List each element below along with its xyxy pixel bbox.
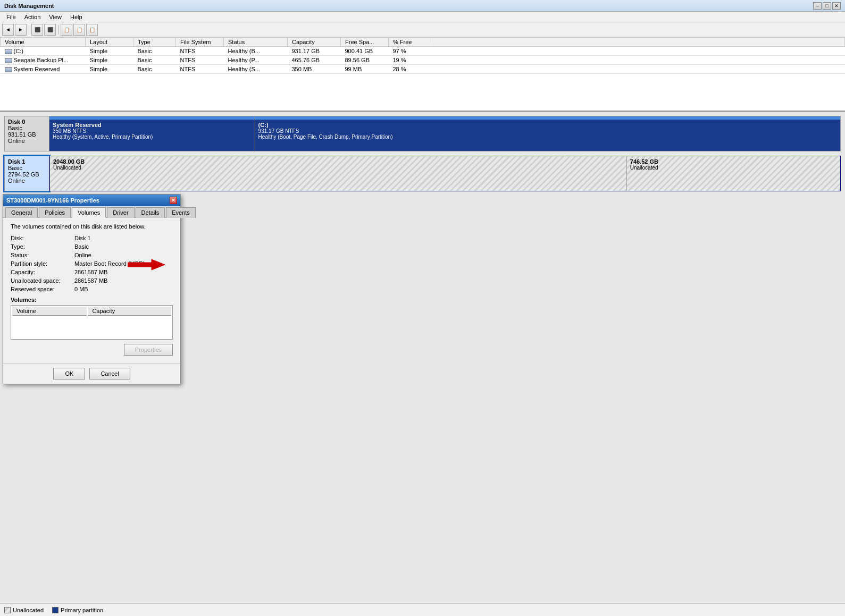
disk-0-type: Basic xyxy=(8,125,46,131)
title-bar: Disk Management ─ □ ✕ xyxy=(0,0,845,12)
cell-type: Basic xyxy=(133,56,176,65)
partition-style-label: Partition style: xyxy=(11,260,74,267)
disk-value: Disk 1 xyxy=(74,235,91,241)
menu-action[interactable]: Action xyxy=(20,13,45,21)
toolbar-separator-1 xyxy=(29,25,29,35)
col-layout[interactable]: Layout xyxy=(86,38,133,47)
dialog-tabs: General Policies Volumes Driver Details … xyxy=(3,206,180,218)
disk-0-status: Online xyxy=(8,138,46,144)
restore-button[interactable]: □ xyxy=(823,2,831,10)
disk-1-row: Disk 1 Basic 2794.52 GB Online 2048.00 G… xyxy=(4,156,841,191)
properties-button[interactable]: Properties xyxy=(124,344,173,356)
col-status[interactable]: Status xyxy=(224,38,288,47)
menu-bar: File Action View Help xyxy=(0,12,845,22)
volumes-header-row: Volume Capacity xyxy=(12,307,171,316)
partition-size-label: 2048.00 GB xyxy=(53,158,623,165)
ok-button[interactable]: OK xyxy=(53,368,85,379)
partition-c[interactable]: (C:) 931.17 GB NTFS Healthy (Boot, Page … xyxy=(255,116,840,151)
col-capacity[interactable]: Capacity xyxy=(288,38,341,47)
drive-icon xyxy=(5,67,12,72)
dialog-row-type: Type: Basic xyxy=(11,243,173,250)
partition-size: 931.17 GB NTFS xyxy=(258,128,837,134)
legend-unallocated: Unallocated xyxy=(4,607,44,613)
tab-volumes[interactable]: Volumes xyxy=(72,207,106,218)
partition-status: Healthy (System, Active, Primary Partiti… xyxy=(53,134,252,140)
toolbar-btn-1[interactable]: ⬛ xyxy=(31,24,43,36)
back-button[interactable]: ◄ xyxy=(2,24,14,36)
volumes-table: Volume Capacity xyxy=(11,305,173,340)
legend-unallocated-label: Unallocated xyxy=(13,607,44,613)
tab-events[interactable]: Events xyxy=(166,207,196,218)
partition-status-label: Unallocated xyxy=(53,165,623,171)
disk-1-label[interactable]: Disk 1 Basic 2794.52 GB Online xyxy=(4,156,49,191)
capacity-label: Capacity: xyxy=(11,269,74,275)
dialog-description: The volumes contained on this disk are l… xyxy=(11,223,173,230)
tab-details[interactable]: Details xyxy=(136,207,165,218)
disk-0-name: Disk 0 xyxy=(8,119,46,125)
legend-primary-box xyxy=(52,607,58,613)
toolbar-btn-5[interactable]: 📋 xyxy=(86,24,98,36)
partition-header xyxy=(49,116,255,120)
menu-view[interactable]: View xyxy=(45,13,66,21)
dialog-row-disk: Disk: Disk 1 xyxy=(11,235,173,241)
dialog-row-status: Status: Online xyxy=(11,252,173,258)
dialog-close-button[interactable]: ✕ xyxy=(170,197,177,204)
toolbar: ◄ ► ⬛ ⬛ 📋 📋 📋 xyxy=(0,22,845,37)
cell-type: Basic xyxy=(133,65,176,74)
col-freespace[interactable]: Free Spa... xyxy=(341,38,389,47)
toolbar-btn-2[interactable]: ⬛ xyxy=(44,24,56,36)
cell-volume: (C:) xyxy=(1,47,86,56)
dialog-content: The volumes contained on this disk are l… xyxy=(3,218,180,363)
partition-system-reserved[interactable]: System Reserved 350 MB NTFS Healthy (Sys… xyxy=(49,116,255,151)
cell-capacity: 465.76 GB xyxy=(288,56,341,65)
volumes-section-title: Volumes: xyxy=(11,297,173,303)
cancel-button[interactable]: Cancel xyxy=(89,368,130,379)
cell-capacity: 931.17 GB xyxy=(288,47,341,56)
minimize-button[interactable]: ─ xyxy=(813,2,822,10)
tab-driver[interactable]: Driver xyxy=(107,207,134,218)
col-filesystem[interactable]: File System xyxy=(176,38,224,47)
table-row[interactable]: (C:) Simple Basic NTFS Healthy (B... 931… xyxy=(1,47,845,56)
window-controls: ─ □ ✕ xyxy=(813,2,841,10)
type-label: Type: xyxy=(11,243,74,250)
menu-help[interactable]: Help xyxy=(66,13,87,21)
volume-table: Volume Layout Type File System Status Ca… xyxy=(0,37,845,74)
table-row[interactable]: Seagate Backup Pl... Simple Basic NTFS H… xyxy=(1,56,845,65)
dialog-ok-cancel: OK Cancel xyxy=(3,363,180,384)
cell-freespace: 89.56 GB xyxy=(341,56,389,65)
properties-btn-row: Properties xyxy=(11,344,173,356)
partition-unallocated-1[interactable]: 2048.00 GB Unallocated xyxy=(50,156,627,191)
cell-layout: Simple xyxy=(86,56,133,65)
cell-layout: Simple xyxy=(86,65,133,74)
tab-policies[interactable]: Policies xyxy=(39,207,71,218)
cell-status: Healthy (S... xyxy=(224,65,288,74)
partition-unallocated-2[interactable]: 746.52 GB Unallocated xyxy=(627,156,840,191)
status-label: Status: xyxy=(11,252,74,258)
toolbar-btn-4[interactable]: 📋 xyxy=(73,24,85,36)
dialog-row-partition-style: Partition style: Master Boot Record (MBR… xyxy=(11,260,173,267)
forward-button[interactable]: ► xyxy=(15,24,27,36)
cell-filesystem: NTFS xyxy=(176,56,224,65)
drive-icon xyxy=(5,58,12,63)
partition-name: (C:) xyxy=(258,122,837,128)
disk-0-row: Disk 0 Basic 931.51 GB Online System Res… xyxy=(4,116,841,151)
dialog-row-capacity: Capacity: 2861587 MB xyxy=(11,269,173,275)
legend-bar: Unallocated Primary partition xyxy=(0,603,845,616)
menu-file[interactable]: File xyxy=(2,13,20,21)
table-row[interactable]: System Reserved Simple Basic NTFS Health… xyxy=(1,65,845,74)
col-pctfree[interactable]: % Free xyxy=(389,38,431,47)
partition-name: System Reserved xyxy=(53,122,252,128)
disk-0-label[interactable]: Disk 0 Basic 931.51 GB Online xyxy=(4,116,49,151)
tab-general[interactable]: General xyxy=(5,207,38,218)
cell-filesystem: NTFS xyxy=(176,47,224,56)
disk-1-size: 2794.52 GB xyxy=(8,171,46,178)
close-button[interactable]: ✕ xyxy=(832,2,841,10)
legend-primary-label: Primary partition xyxy=(61,607,103,613)
col-type[interactable]: Type xyxy=(133,38,176,47)
cell-volume: Seagate Backup Pl... xyxy=(1,56,86,65)
cell-freespace: 99 MB xyxy=(341,65,389,74)
cell-capacity: 350 MB xyxy=(288,65,341,74)
disk-1-type: Basic xyxy=(8,165,46,171)
col-volume[interactable]: Volume xyxy=(1,38,86,47)
toolbar-btn-3[interactable]: 📋 xyxy=(61,24,72,36)
